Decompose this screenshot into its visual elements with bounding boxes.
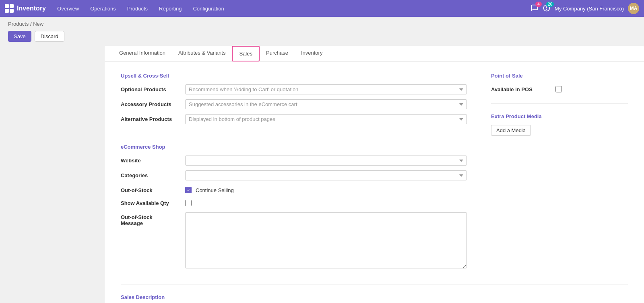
grid-icon [5, 4, 14, 13]
continue-selling-label: Continue Selling [196, 186, 234, 193]
accessory-products-value: Suggested accessories in the eCommerce c… [185, 99, 467, 109]
alternative-products-value: Displayed in bottom of product pages [185, 114, 467, 124]
nav-menu: Overview Operations Products Reporting C… [52, 3, 530, 14]
activity-badge: 26 [546, 2, 554, 7]
app-title: Inventory [17, 5, 46, 12]
out-of-stock-message-row: Out-of-Stock Message [121, 212, 467, 270]
ecommerce-section-title: eCommerce Shop [121, 144, 467, 150]
available-in-pos-label: Available in POS [491, 84, 551, 92]
action-bar: Save Discard [0, 29, 644, 46]
extra-media-section-title: Extra Product Media [491, 113, 628, 119]
tab-general-information[interactable]: General Information [113, 46, 172, 61]
two-col-layout: Upsell & Cross-Sell Optional Products Re… [121, 71, 628, 274]
show-available-qty-value [185, 198, 467, 207]
available-in-pos-row: Available in POS [491, 84, 628, 94]
breadcrumb-bar: Products / New [0, 17, 644, 29]
nav-configuration[interactable]: Configuration [188, 3, 229, 14]
breadcrumb: Products / New [8, 21, 636, 27]
company-name[interactable]: My Company (San Francisco) [555, 6, 624, 12]
alternative-products-row: Alternative Products Displayed in bottom… [121, 114, 467, 124]
tab-bar: General Information Attributes & Variant… [105, 46, 644, 61]
accessory-products-label: Accessory Products [121, 99, 181, 107]
website-value [185, 156, 467, 166]
pos-section-title: Point of Sale [491, 73, 628, 79]
out-of-stock-value: Continue Selling [185, 185, 467, 193]
col-left: Upsell & Cross-Sell Optional Products Re… [121, 71, 467, 274]
section-divider-2 [491, 103, 628, 104]
form-panel: General Information Attributes & Variant… [105, 46, 644, 303]
out-of-stock-row: Out-of-Stock Continue Selling [121, 185, 467, 193]
tab-inventory[interactable]: Inventory [295, 46, 329, 61]
categories-label: Categories [121, 170, 181, 178]
alternative-products-label: Alternative Products [121, 114, 181, 122]
optional-products-select[interactable]: Recommend when 'Adding to Cart' or quota… [185, 84, 467, 94]
website-row: Website [121, 156, 467, 166]
optional-products-row: Optional Products Recommend when 'Adding… [121, 84, 467, 94]
messages-badge: 4 [535, 2, 542, 7]
section-divider-3 [121, 284, 628, 285]
out-of-stock-message-label: Out-of-Stock Message [121, 212, 181, 226]
continue-selling-row: Continue Selling [185, 185, 467, 193]
continue-selling-checkbox[interactable] [185, 187, 192, 193]
categories-select[interactable] [185, 170, 467, 180]
section-divider-1 [121, 134, 467, 134]
nav-reporting[interactable]: Reporting [154, 3, 186, 14]
main-content: General Information Attributes & Variant… [0, 46, 644, 303]
activity-icon-button[interactable]: 26 [543, 4, 551, 13]
website-select[interactable] [185, 156, 467, 166]
tab-attributes-variants[interactable]: Attributes & Variants [172, 46, 232, 61]
top-navigation: Inventory Overview Operations Products R… [0, 0, 644, 17]
show-available-qty-checkbox[interactable] [185, 200, 192, 206]
app-logo[interactable]: Inventory [5, 4, 46, 13]
tab-sales[interactable]: Sales [232, 46, 260, 61]
save-button[interactable]: Save [8, 31, 31, 42]
left-panel [0, 46, 105, 303]
available-in-pos-checkbox[interactable] [555, 86, 562, 92]
out-of-stock-label: Out-of-Stock [121, 185, 181, 193]
user-avatar[interactable]: MA [628, 3, 639, 14]
sales-description-title: Sales Description [121, 294, 628, 300]
show-available-qty-row: Show Available Qty [121, 198, 467, 207]
discard-button[interactable]: Discard [35, 31, 64, 42]
breadcrumb-parent[interactable]: Products [8, 21, 29, 27]
optional-products-label: Optional Products [121, 84, 181, 92]
accessory-products-row: Accessory Products Suggested accessories… [121, 99, 467, 109]
accessory-products-select[interactable]: Suggested accessories in the eCommerce c… [185, 99, 467, 109]
col-right: Point of Sale Available in POS Extra Pro… [491, 71, 628, 274]
alternative-products-select[interactable]: Displayed in bottom of product pages [185, 114, 467, 124]
optional-products-value: Recommend when 'Adding to Cart' or quota… [185, 84, 467, 94]
categories-row: Categories [121, 170, 467, 180]
categories-value [185, 170, 467, 180]
nav-operations[interactable]: Operations [85, 3, 121, 14]
upsell-section-title: Upsell & Cross-Sell [121, 73, 467, 79]
nav-products[interactable]: Products [122, 3, 153, 14]
tab-purchase[interactable]: Purchase [260, 46, 295, 61]
nav-overview[interactable]: Overview [52, 3, 84, 14]
messages-icon-button[interactable]: 4 [530, 4, 539, 13]
website-label: Website [121, 156, 181, 164]
available-in-pos-value [555, 84, 628, 94]
breadcrumb-current: New [33, 21, 43, 27]
form-body: Upsell & Cross-Sell Optional Products Re… [105, 61, 644, 303]
show-available-qty-label: Show Available Qty [121, 198, 181, 206]
add-media-button[interactable]: Add a Media [491, 125, 531, 136]
out-of-stock-message-value [185, 212, 467, 270]
topnav-right: 4 26 My Company (San Francisco) MA [530, 3, 639, 14]
out-of-stock-message-textarea[interactable] [185, 212, 467, 268]
